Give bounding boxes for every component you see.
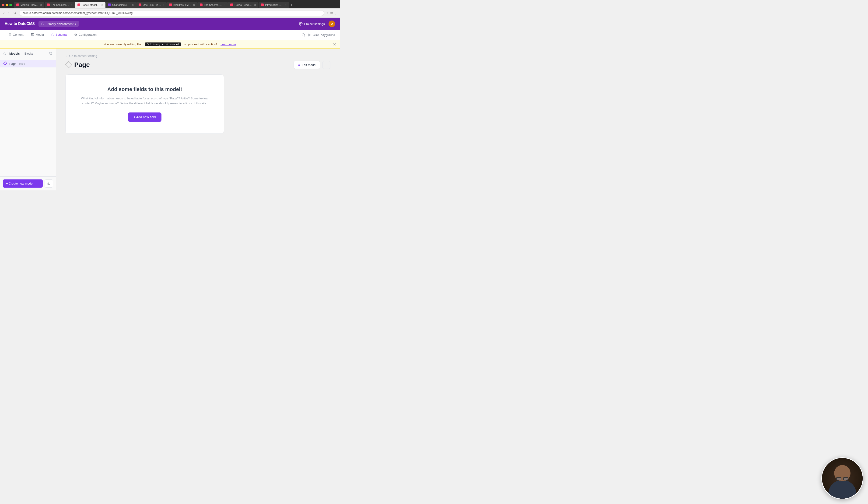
search-button[interactable] — [301, 33, 305, 37]
browser-tab-1[interactable]: The headless CMS t... ✕ — [44, 2, 75, 8]
tab-favicon — [47, 3, 50, 6]
tab-configuration[interactable]: ⚙ Configuration — [71, 30, 100, 40]
history-button[interactable] — [49, 52, 52, 56]
edit-model-label: Edit model — [302, 63, 316, 67]
secondary-nav: ☰ Content 🖼 Media ⬡ Schema ⚙ Configurati… — [0, 30, 340, 40]
sidebar-tabs: Models Blocks — [8, 51, 34, 56]
tab-schema[interactable]: ⬡ Schema — [48, 30, 71, 40]
tab-close[interactable]: ✕ — [193, 4, 195, 6]
env-name: Primary environment — [45, 22, 73, 26]
main-content: Models Blocks Page page — [0, 49, 340, 191]
sidebar-footer: + Create new model — [0, 176, 56, 191]
new-tab-button[interactable]: + — [289, 2, 294, 8]
browser-tabs: Models | How to Da... ✕ The headless CMS… — [0, 0, 340, 8]
environment-selector[interactable]: ⬡ Primary environment ▾ — [39, 21, 79, 27]
sidebar-item-api-key: page — [19, 62, 25, 65]
tab-favicon — [108, 3, 111, 6]
browser-tab-8[interactable]: Introduction — Dato... ✕ — [259, 2, 289, 8]
app: How to DatoCMS ⬡ Primary environment ▾ P… — [0, 18, 340, 191]
import-icon — [47, 182, 50, 185]
tab-label: One-Click Field Acc... — [143, 3, 161, 6]
gear-icon — [299, 22, 303, 26]
page-model-icon — [65, 61, 72, 69]
tab-close[interactable]: ✕ — [101, 4, 103, 6]
sidebar-tab-models[interactable]: Models — [8, 51, 21, 56]
browser-tab-3[interactable]: Changelog entr... ✕ — [106, 2, 136, 8]
warning-text-before: You are currently editing the — [104, 42, 141, 46]
search-icon — [3, 52, 7, 55]
top-nav-right: Project settings U — [299, 21, 335, 27]
browser-tab-5[interactable]: Blog Post | Mode... ✕ — [167, 2, 197, 8]
more-options-button[interactable]: ⋯ — [322, 61, 330, 69]
browser-chrome: Models | How to Da... ✕ The headless CMS… — [0, 0, 340, 18]
diamond-outline-icon — [4, 62, 8, 65]
sidebar: Models Blocks Page page — [0, 49, 56, 191]
tab-label: Models | How to Da... — [21, 3, 39, 6]
warning-env-badge: Primary environment — [145, 42, 181, 46]
back-button[interactable]: ‹ — [2, 10, 6, 16]
tab-label: Introduction — Dato... — [265, 3, 283, 6]
warning-close-button[interactable]: ✕ — [333, 42, 336, 47]
tab-label: Page | Models | How... — [82, 3, 100, 6]
forward-button[interactable]: › — [7, 10, 10, 16]
tab-close[interactable]: ✕ — [162, 4, 164, 6]
tab-label: The headless CMS t... — [51, 3, 69, 6]
tab-favicon — [230, 3, 233, 6]
cda-playground-button[interactable]: CDA Playground — [308, 33, 335, 37]
tab-favicon — [200, 3, 203, 6]
extensions-button[interactable]: ⧉ — [330, 11, 333, 15]
tab-close[interactable]: ✕ — [71, 4, 73, 6]
url-text: how-to-datocms.admin.datocms.com/schema/… — [23, 11, 133, 15]
tab-label: Blog Post | Mode... — [173, 3, 192, 6]
create-new-model-button[interactable]: + Create new model — [3, 179, 43, 188]
browser-toolbar: ‹ › ↺ how-to-datocms.admin.datocms.com/s… — [0, 8, 340, 18]
tab-close[interactable]: ✕ — [40, 4, 42, 6]
edit-icon: ⚙ — [298, 63, 301, 67]
url-bar[interactable]: how-to-datocms.admin.datocms.com/schema/… — [19, 10, 324, 16]
empty-state-description: What kind of information needs to be edi… — [75, 96, 215, 106]
tab-content[interactable]: ☰ Content — [5, 30, 27, 40]
bookmark-button[interactable]: ☆ — [326, 11, 329, 15]
tab-favicon — [138, 3, 142, 6]
browser-tab-6[interactable]: The Schema interfa... ✕ — [197, 2, 228, 8]
tab-close[interactable]: ✕ — [224, 4, 225, 6]
svg-point-3 — [4, 52, 6, 54]
history-icon — [49, 52, 52, 55]
media-icon: 🖼 — [31, 33, 34, 37]
menu-button[interactable]: ⋮ — [334, 11, 338, 15]
app-title: How to DatoCMS — [5, 22, 35, 26]
browser-tab-2[interactable]: Page | Models | How... ✕ — [75, 2, 105, 8]
tab-label: Changelog entr... — [112, 3, 131, 6]
config-icon: ⚙ — [74, 33, 77, 37]
page-header: Page ⚙ Edit model ⋯ — [65, 61, 330, 69]
avatar[interactable]: U — [329, 21, 335, 27]
tab-favicon — [261, 3, 264, 6]
svg-point-0 — [300, 23, 301, 24]
schema-icon: ⬡ — [51, 33, 54, 37]
content-area: ← Go to content editing Page ⚙ Edit mode… — [56, 49, 340, 191]
sidebar-item-page[interactable]: Page page — [0, 60, 56, 68]
play-icon — [308, 33, 311, 37]
top-nav: How to DatoCMS ⬡ Primary environment ▾ P… — [0, 18, 340, 30]
tab-label: The Schema interfa... — [204, 3, 222, 6]
sidebar-tab-blocks[interactable]: Blocks — [23, 51, 34, 56]
tab-media[interactable]: 🖼 Media — [27, 30, 48, 40]
tab-close[interactable]: ✕ — [285, 4, 287, 6]
chevron-down-icon: ▾ — [75, 23, 76, 25]
svg-marker-2 — [309, 34, 311, 36]
browser-tab-0[interactable]: Models | How to Da... ✕ — [14, 2, 44, 8]
learn-more-link[interactable]: Learn more — [220, 42, 236, 46]
tab-configuration-label: Configuration — [79, 33, 96, 37]
browser-tab-7[interactable]: How a Headless CM... ✕ — [228, 2, 258, 8]
tab-close[interactable]: ✕ — [132, 4, 134, 6]
refresh-button[interactable]: ↺ — [12, 10, 17, 16]
tab-favicon — [78, 3, 80, 6]
cda-playground-label: CDA Playground — [313, 33, 335, 37]
browser-tab-4[interactable]: One-Click Field Acc... ✕ — [136, 2, 167, 8]
breadcrumb[interactable]: ← Go to content editing — [65, 54, 330, 58]
project-settings-button[interactable]: Project settings — [299, 22, 325, 26]
edit-model-button[interactable]: ⚙ Edit model — [293, 61, 320, 69]
import-model-button[interactable] — [44, 179, 53, 188]
add-new-field-button[interactable]: + Add new field — [128, 112, 161, 122]
tab-close[interactable]: ✕ — [254, 4, 256, 6]
